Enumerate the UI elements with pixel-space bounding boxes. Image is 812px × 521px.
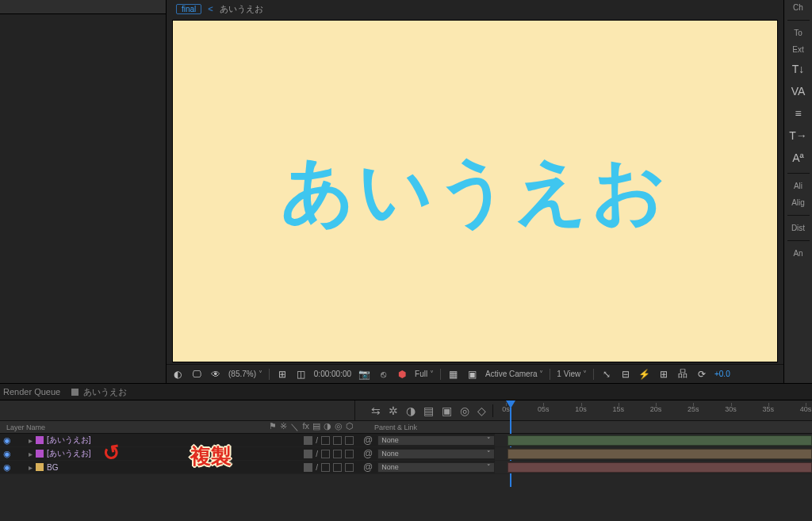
project-panel[interactable] <box>0 0 167 383</box>
panel-tab-an[interactable]: An <box>793 249 802 258</box>
current-timecode[interactable]: 0:00:00:00 <box>314 370 351 378</box>
reset-exposure-icon[interactable]: ⟳ <box>695 368 708 381</box>
graph-editor-icon[interactable]: ▤ <box>423 404 434 417</box>
col-switches: ⚑ ※ ＼ fx ▤ ◑ ◎ ⬡ <box>162 421 358 433</box>
panel-tab-ext[interactable]: Ext <box>792 45 803 54</box>
views-dropdown[interactable]: 1 View <box>557 370 587 378</box>
parent-dropdown[interactable]: None˅ <box>377 462 495 473</box>
channel-icon[interactable]: ⬢ <box>396 368 408 381</box>
alpha-icon[interactable]: ◐ <box>171 368 184 381</box>
visibility-eye-icon[interactable]: ◉ <box>2 462 13 473</box>
baseline-icon[interactable]: Aª <box>791 151 806 165</box>
camera-dropdown[interactable]: Active Camera <box>485 370 543 378</box>
show-snapshot-icon[interactable]: ⎋ <box>377 368 389 381</box>
display-icon[interactable]: 🖵 <box>190 368 203 381</box>
switch-box[interactable] <box>321 450 330 458</box>
switch-box[interactable] <box>304 450 312 458</box>
kerning-icon[interactable]: VA <box>791 84 806 98</box>
switch-box[interactable] <box>321 436 330 445</box>
panel-tab-align[interactable]: Ali <box>794 182 802 190</box>
parent-dropdown[interactable]: None˅ <box>377 435 495 446</box>
share-view-icon[interactable]: ⤡ <box>600 368 613 381</box>
tab-composition[interactable]: あいうえお <box>71 386 127 398</box>
layer-duration-bar[interactable] <box>508 462 812 473</box>
switch-box[interactable] <box>333 450 342 458</box>
switch-av-icon[interactable]: ※ <box>280 421 287 433</box>
viewer[interactable]: あいうえお <box>167 17 783 364</box>
mask-icon[interactable]: 👁 <box>209 368 222 381</box>
switch-box[interactable] <box>345 436 354 445</box>
draft-3d-icon[interactable]: ▣ <box>442 404 452 417</box>
switch-fx-icon[interactable]: fx <box>302 421 309 433</box>
frame-blend-icon[interactable]: ✲ <box>389 404 398 417</box>
motion-blur-icon[interactable]: ◑ <box>406 404 416 417</box>
flowchart-icon[interactable]: 品 <box>676 368 689 381</box>
col-parent-link[interactable]: Parent & Link <box>358 423 495 431</box>
twirl-icon[interactable]: ▸ <box>29 450 33 458</box>
3d-view-icon[interactable]: ▣ <box>466 368 479 381</box>
breadcrumb-current[interactable]: あいうえお <box>220 3 263 15</box>
transparency-grid-icon[interactable]: ▦ <box>447 368 460 381</box>
switch-box[interactable] <box>345 450 354 458</box>
switch-solo-icon[interactable]: ＼ <box>290 421 299 433</box>
layer-name-label[interactable]: [あいうえお] <box>47 448 91 459</box>
switch-box[interactable] <box>304 463 312 472</box>
col-layer-name[interactable]: Layer Name <box>0 423 162 431</box>
parent-dropdown[interactable]: None˅ <box>377 449 495 459</box>
roi-icon[interactable]: ◫ <box>295 368 308 381</box>
pixel-aspect-icon[interactable]: ⊟ <box>619 368 632 381</box>
switch-shy-icon[interactable]: ⚑ <box>269 421 277 433</box>
switch-frame-blend-icon[interactable]: ▤ <box>312 421 320 433</box>
canvas-text-layer[interactable]: あいうえお <box>281 142 669 240</box>
layer-duration-bar[interactable] <box>508 449 812 459</box>
tag-icon[interactable]: ◎ <box>460 404 469 417</box>
stroke-icon[interactable]: ≡ <box>791 106 806 121</box>
panel-tab-to[interactable]: To <box>794 29 802 37</box>
switch-box[interactable] <box>321 463 330 472</box>
resolution-dropdown[interactable]: Full <box>415 370 434 378</box>
twirl-icon[interactable]: ▸ <box>29 436 33 445</box>
pickwhip-icon[interactable]: @ <box>363 462 373 473</box>
layer-row[interactable]: ◉ ▸ [あいうえお] / @ None˅ <box>0 447 812 461</box>
switch-box[interactable] <box>333 436 342 445</box>
visibility-eye-icon[interactable]: ◉ <box>2 435 13 446</box>
pickwhip-icon[interactable]: @ <box>363 448 373 459</box>
layer-row[interactable]: ◉ ▸ [あいうえお] / @ None˅ <box>0 434 812 447</box>
panel-tab-character[interactable]: Ch <box>793 3 803 12</box>
timeline-icon[interactable]: ⊞ <box>657 368 670 381</box>
layer-name-label[interactable]: BG <box>47 463 58 472</box>
switch-box[interactable] <box>333 463 342 472</box>
composition-canvas[interactable]: あいうえお <box>173 21 777 362</box>
exposure-value[interactable]: +0.0 <box>714 370 730 378</box>
shy-icon[interactable]: ⇆ <box>371 404 381 417</box>
switch-box[interactable] <box>345 463 354 472</box>
layer-name-label[interactable]: [あいうえお] <box>47 435 91 446</box>
project-panel-tab[interactable] <box>0 0 166 14</box>
resolution-icon[interactable]: ⊞ <box>276 368 289 381</box>
horizontal-text-icon[interactable]: T→ <box>791 128 806 143</box>
switch-adjustment-icon[interactable]: ◎ <box>335 421 343 433</box>
time-ruler[interactable]: 0s05s10s15s20s25s30s35s40s <box>493 400 812 420</box>
timeline-search-area[interactable] <box>0 400 355 420</box>
tab-render-queue[interactable]: Render Queue <box>3 387 60 396</box>
pickwhip-icon[interactable]: @ <box>363 435 373 446</box>
chevron-left-icon[interactable]: < <box>208 4 213 13</box>
visibility-eye-icon[interactable]: ◉ <box>2 449 13 459</box>
switch-slash-icon[interactable]: / <box>316 436 318 445</box>
timeline-empty-area[interactable] <box>0 474 812 521</box>
breadcrumb-root[interactable]: final <box>176 4 201 14</box>
switch-slash-icon[interactable]: / <box>316 463 318 472</box>
switch-3d-icon[interactable]: ⬡ <box>346 421 354 433</box>
layer-duration-bar[interactable] <box>508 435 812 446</box>
snapshot-icon[interactable]: 📷 <box>358 368 370 381</box>
switch-motion-blur-icon[interactable]: ◑ <box>324 421 331 433</box>
fast-preview-icon[interactable]: ⚡ <box>638 368 651 381</box>
zoom-dropdown[interactable]: (85.7%) <box>228 370 262 378</box>
switch-slash-icon[interactable]: / <box>316 450 318 458</box>
panel-tab-dist[interactable]: Dist <box>791 224 805 232</box>
vertical-text-icon[interactable]: T↓ <box>791 62 806 76</box>
switch-box[interactable] <box>304 436 312 445</box>
panel-tab-align2[interactable]: Alig <box>791 198 805 207</box>
twirl-icon[interactable]: ▸ <box>29 463 33 472</box>
markers-icon[interactable]: ◇ <box>477 404 486 417</box>
